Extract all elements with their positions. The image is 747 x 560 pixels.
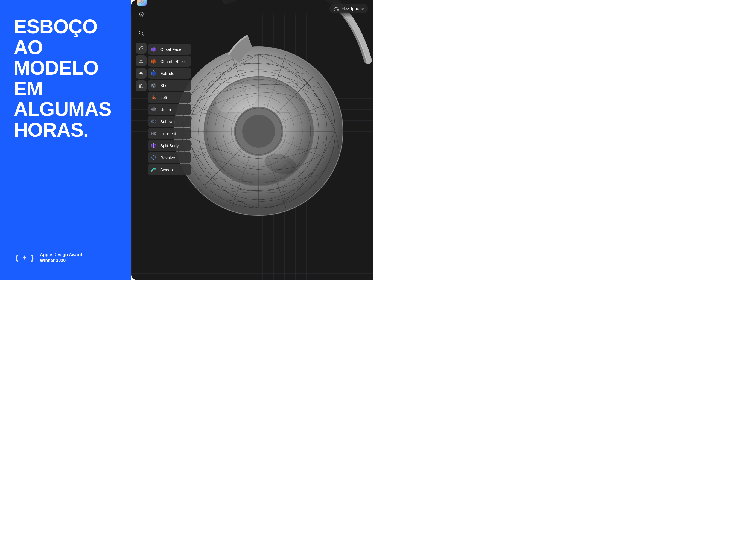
menu-item-sweep[interactable]: Sweep xyxy=(148,164,191,175)
menu-item-loft[interactable]: Loft xyxy=(148,92,191,103)
laurel-left-icon: ❪ xyxy=(14,253,21,263)
svg-line-43 xyxy=(140,84,143,85)
svg-point-30 xyxy=(139,31,143,34)
chamfer-fillet-label: Chamfer/Fillet xyxy=(160,59,186,64)
offset-face-icon xyxy=(150,45,157,53)
loft-label: Loft xyxy=(160,95,167,100)
loft-icon xyxy=(150,94,157,101)
svg-point-57 xyxy=(153,120,156,123)
subtract-icon xyxy=(150,118,157,125)
sweep-label: Sweep xyxy=(160,167,173,172)
left-toolbar xyxy=(134,22,148,280)
svg-point-22 xyxy=(242,115,275,148)
search-button[interactable] xyxy=(136,27,147,38)
award-text: Apple Design Award Winner 2020 xyxy=(40,252,82,263)
svg-line-51 xyxy=(156,72,157,73)
svg-point-41 xyxy=(139,84,141,85)
right-panel: Headphone xyxy=(131,0,374,280)
svg-marker-49 xyxy=(152,71,156,75)
star-icon: ✦ xyxy=(22,254,28,262)
union-label: Union xyxy=(160,107,171,112)
intersect-icon xyxy=(150,130,157,137)
award-badge: ❪ ✦ ❫ xyxy=(14,253,35,263)
subtract-label: Subtract xyxy=(160,119,176,124)
top-right-model-info[interactable]: Headphone xyxy=(330,4,368,14)
svg-marker-48 xyxy=(153,60,155,62)
svg-rect-28 xyxy=(334,9,335,10)
svg-point-55 xyxy=(153,108,156,111)
top-left-controls xyxy=(137,0,147,24)
shell-icon xyxy=(150,81,157,89)
left-panel: ESBOÇO AO MODELO EM ALGUMAS HORAS. ❪ ✦ ❫… xyxy=(0,0,131,280)
tools-menu-panel: Offset Face Chamfer/Fillet Extrude xyxy=(148,44,191,175)
split-body-icon xyxy=(150,142,157,149)
offset-face-label: Offset Face xyxy=(160,47,181,52)
layers-icon[interactable] xyxy=(137,9,147,19)
menu-item-shell[interactable]: Shell xyxy=(148,80,191,91)
svg-rect-29 xyxy=(337,9,338,10)
award-subtitle: Winner 2020 xyxy=(40,258,66,263)
menu-item-extrude[interactable]: Extrude xyxy=(148,68,191,79)
award-title: Apple Design Award xyxy=(40,252,82,257)
svg-line-31 xyxy=(142,34,144,35)
svg-marker-52 xyxy=(152,83,156,87)
menu-item-chamfer-fillet[interactable]: Chamfer/Fillet xyxy=(148,56,191,67)
award-section: ❪ ✦ ❫ Apple Design Award Winner 2020 xyxy=(14,252,118,263)
headphone-model-icon xyxy=(333,6,339,12)
menu-item-subtract[interactable]: Subtract xyxy=(148,116,191,127)
model-name-label: Headphone xyxy=(341,6,364,11)
add-shape-tool-button[interactable] xyxy=(136,55,147,66)
app-icon[interactable] xyxy=(137,0,147,6)
top-bar: Headphone xyxy=(131,0,374,18)
menu-item-split-body[interactable]: Split Body xyxy=(148,140,191,151)
extrude-icon xyxy=(150,70,157,77)
svg-point-42 xyxy=(139,86,141,88)
svg-point-27 xyxy=(141,0,143,2)
sweep-icon xyxy=(150,166,157,173)
revolve-label: Revolve xyxy=(160,155,175,160)
union-icon xyxy=(150,105,157,113)
transform-tool-button[interactable] xyxy=(136,68,147,79)
chamfer-fillet-icon xyxy=(150,57,157,65)
revolve-icon xyxy=(150,154,157,161)
menu-item-intersect[interactable]: Intersect xyxy=(148,128,191,139)
svg-point-40 xyxy=(140,73,142,74)
extrude-label: Extrude xyxy=(160,71,175,76)
split-body-label: Split Body xyxy=(160,143,179,148)
add-arc-tool-button[interactable] xyxy=(136,43,147,54)
scissors-tool-button[interactable] xyxy=(136,80,147,91)
menu-item-offset-face[interactable]: Offset Face xyxy=(148,44,191,55)
shell-label: Shell xyxy=(160,83,169,88)
headline: ESBOÇO AO MODELO EM ALGUMAS HORAS. xyxy=(14,17,118,141)
intersect-label: Intersect xyxy=(160,131,176,136)
menu-item-union[interactable]: Union xyxy=(148,104,191,115)
svg-line-44 xyxy=(140,87,143,88)
menu-item-revolve[interactable]: Revolve xyxy=(148,152,191,163)
laurel-right-icon: ❫ xyxy=(29,253,35,263)
